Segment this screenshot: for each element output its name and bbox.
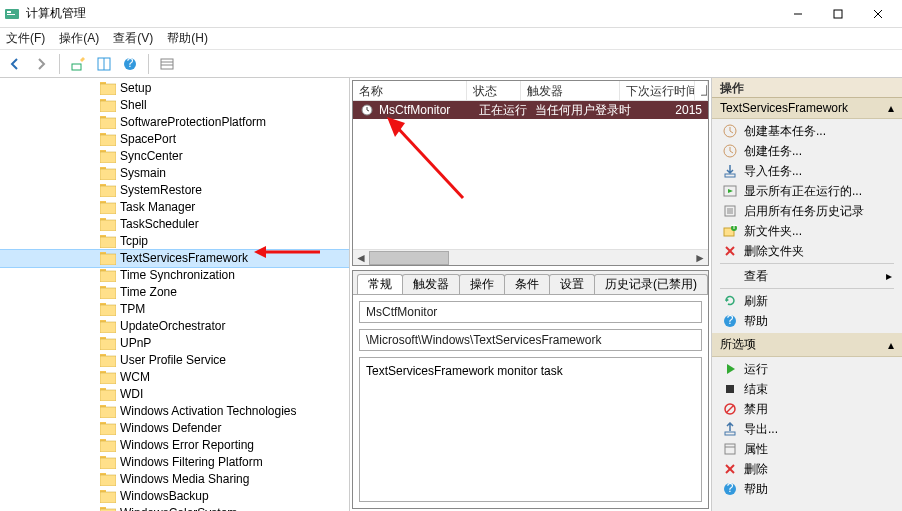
- tabs: 常规 触发器 操作 条件 设置 历史记录(已禁用): [353, 271, 708, 295]
- scroll-left-icon[interactable]: ◄: [353, 250, 369, 266]
- task-row[interactable]: MsCtfMonitor 正在运行 当任何用户登录时 2015: [353, 101, 708, 119]
- svg-rect-44: [100, 305, 116, 316]
- tree-item[interactable]: TaskScheduler: [0, 216, 349, 233]
- tree-item[interactable]: Tcpip: [0, 233, 349, 250]
- tree-item[interactable]: TextServicesFramework: [0, 250, 349, 267]
- tree-item[interactable]: SoftwareProtectionPlatform: [0, 114, 349, 131]
- tree-item[interactable]: Task Manager: [0, 199, 349, 216]
- action-enable-history[interactable]: 启用所有任务历史记录: [712, 201, 902, 221]
- folder-icon: [100, 456, 116, 469]
- folder-icon: [100, 320, 116, 333]
- tree-item[interactable]: Time Zone: [0, 284, 349, 301]
- col-trigger[interactable]: 触发器: [521, 81, 620, 100]
- del-icon: [722, 243, 738, 259]
- tree-item[interactable]: Shell: [0, 97, 349, 114]
- action-help2[interactable]: ?帮助: [712, 479, 902, 499]
- action-create-task[interactable]: 创建任务...: [712, 141, 902, 161]
- tree-item[interactable]: Windows Filtering Platform: [0, 454, 349, 471]
- action-refresh[interactable]: 刷新: [712, 291, 902, 311]
- tab-general[interactable]: 常规: [357, 274, 403, 294]
- action-end[interactable]: 结束: [712, 379, 902, 399]
- tree-item[interactable]: Sysmain: [0, 165, 349, 182]
- tree-item[interactable]: UPnP: [0, 335, 349, 352]
- tree-item[interactable]: UpdateOrchestrator: [0, 318, 349, 335]
- svg-line-100: [726, 405, 734, 413]
- action-create-basic-task[interactable]: 创建基本任务...: [712, 121, 902, 141]
- tree-item[interactable]: WindowsColorSystem: [0, 505, 349, 511]
- menu-action[interactable]: 操作(A): [59, 30, 99, 47]
- toolbar-action-icon[interactable]: [67, 53, 89, 75]
- task-list-body[interactable]: [353, 119, 708, 249]
- horizontal-scrollbar[interactable]: ◄ ►: [353, 249, 708, 265]
- action-run[interactable]: 运行: [712, 359, 902, 379]
- toolbar-list-icon[interactable]: [156, 53, 178, 75]
- scroll-thumb[interactable]: [369, 251, 449, 265]
- task-list[interactable]: 名称 状态 触发器 下次运行时间 上次 MsCtfMonitor 正在运行 当任…: [352, 80, 709, 266]
- tree-item[interactable]: User Profile Service: [0, 352, 349, 369]
- tab-history[interactable]: 历史记录(已禁用): [594, 274, 708, 294]
- tree-item[interactable]: Time Synchronization: [0, 267, 349, 284]
- action-delete-folder[interactable]: 删除文件夹: [712, 241, 902, 261]
- tab-triggers[interactable]: 触发器: [402, 274, 460, 294]
- svg-text:+: +: [730, 224, 737, 233]
- toolbar: ?: [0, 50, 902, 78]
- menu-view[interactable]: 查看(V): [113, 30, 153, 47]
- tree-item-label: TextServicesFramework: [120, 250, 248, 267]
- exportT-icon: [722, 421, 738, 437]
- col-status[interactable]: 状态: [467, 81, 521, 100]
- close-button[interactable]: [858, 0, 898, 28]
- tree-item[interactable]: Windows Error Reporting: [0, 437, 349, 454]
- tree-item[interactable]: WCM: [0, 369, 349, 386]
- back-button[interactable]: [4, 53, 26, 75]
- tree-item[interactable]: SyncCenter: [0, 148, 349, 165]
- col-last-run[interactable]: 上次: [695, 81, 708, 100]
- action-view[interactable]: 查看▸: [712, 266, 902, 286]
- tree-panel[interactable]: SetupShellSoftwareProtectionPlatformSpac…: [0, 78, 350, 511]
- action-delete[interactable]: 删除: [712, 459, 902, 479]
- action-properties[interactable]: 属性: [712, 439, 902, 459]
- section-header-framework[interactable]: TextServicesFramework ▴: [712, 98, 902, 119]
- tab-settings[interactable]: 设置: [549, 274, 595, 294]
- svg-rect-38: [100, 254, 116, 265]
- tree-item[interactable]: Windows Defender: [0, 420, 349, 437]
- tree-item[interactable]: WDI: [0, 386, 349, 403]
- toolbar-view-split-icon[interactable]: [93, 53, 115, 75]
- col-name[interactable]: 名称: [353, 81, 467, 100]
- maximize-button[interactable]: [818, 0, 858, 28]
- action-import-task[interactable]: 导入任务...: [712, 161, 902, 181]
- tree-item-label: TaskScheduler: [120, 216, 199, 233]
- tab-conditions[interactable]: 条件: [504, 274, 550, 294]
- tree-item[interactable]: SpacePort: [0, 131, 349, 148]
- tree-item[interactable]: WindowsBackup: [0, 488, 349, 505]
- forward-button[interactable]: [30, 53, 52, 75]
- action-help[interactable]: ?帮助: [712, 311, 902, 331]
- minimize-button[interactable]: [778, 0, 818, 28]
- section-header-selected[interactable]: 所选项 ▴: [712, 333, 902, 357]
- toolbar-help-icon[interactable]: ?: [119, 53, 141, 75]
- action-new-folder[interactable]: +新文件夹...: [712, 221, 902, 241]
- tree-item[interactable]: SystemRestore: [0, 182, 349, 199]
- menu-file[interactable]: 文件(F): [6, 30, 45, 47]
- collapse-icon[interactable]: ▴: [888, 101, 894, 115]
- action-disable[interactable]: 禁用: [712, 399, 902, 419]
- task-list-header[interactable]: 名称 状态 触发器 下次运行时间 上次: [353, 81, 708, 101]
- svg-rect-1: [7, 11, 11, 13]
- task-icon: [722, 143, 738, 159]
- folder-icon: [100, 218, 116, 231]
- menu-help[interactable]: 帮助(H): [167, 30, 208, 47]
- tab-actions[interactable]: 操作: [459, 274, 505, 294]
- tree-item[interactable]: TPM: [0, 301, 349, 318]
- tree-item-label: Windows Filtering Platform: [120, 454, 263, 471]
- svg-line-81: [730, 151, 733, 153]
- action-export[interactable]: 导出...: [712, 419, 902, 439]
- scroll-right-icon[interactable]: ►: [692, 250, 708, 266]
- action-show-running[interactable]: 显示所有正在运行的...: [712, 181, 902, 201]
- tree-item[interactable]: Windows Media Sharing: [0, 471, 349, 488]
- action-label: 删除: [744, 461, 768, 478]
- tree-item[interactable]: Setup: [0, 80, 349, 97]
- collapse-icon[interactable]: ▴: [888, 338, 894, 352]
- col-next-run[interactable]: 下次运行时间: [620, 81, 695, 100]
- tree-item[interactable]: Windows Activation Technologies: [0, 403, 349, 420]
- svg-text:?: ?: [127, 57, 134, 70]
- task-trigger: 当任何用户登录时: [529, 102, 633, 119]
